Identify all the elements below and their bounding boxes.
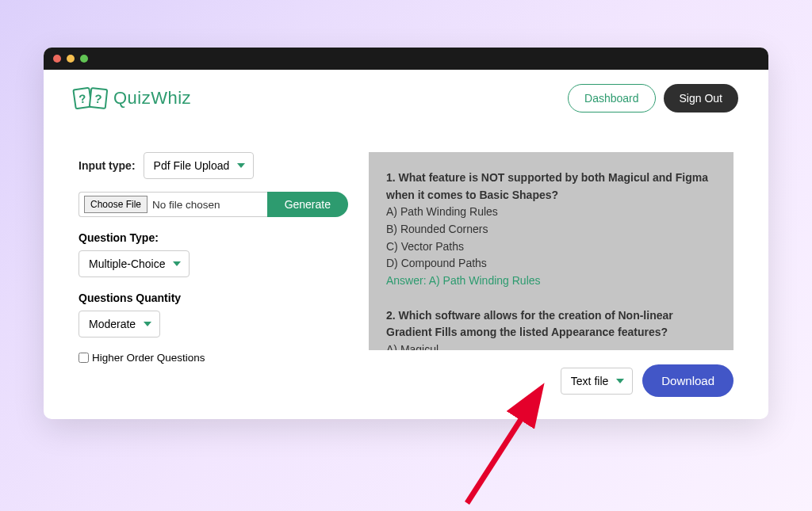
file-status-text: No file chosen <box>152 199 220 211</box>
input-type-select[interactable]: Pdf File Upload <box>144 152 255 179</box>
chevron-down-icon <box>237 163 245 168</box>
file-input[interactable]: Choose File No file chosen <box>79 192 267 217</box>
higher-order-checkbox-row[interactable]: Higher Order Questions <box>79 352 348 364</box>
quantity-section: Questions Quantity Moderate <box>79 292 348 337</box>
q1-title: 1. What feature is NOT supported by both… <box>386 170 716 204</box>
higher-order-label: Higher Order Questions <box>92 352 205 364</box>
q1-option-a: A) Path Winding Rules <box>386 204 716 221</box>
generate-button[interactable]: Generate <box>267 192 348 217</box>
q1-option-d: D) Compound Paths <box>386 255 716 273</box>
quantity-select[interactable]: Moderate <box>79 311 160 337</box>
q1-answer: Answer: A) Path Winding Rules <box>386 273 716 290</box>
download-format-value: Text file <box>571 375 608 387</box>
header-actions: Dashboard Sign Out <box>568 84 738 112</box>
question-type-section: Question Type: Multiple-Choice <box>79 231 348 277</box>
download-format-select[interactable]: Text file <box>561 368 633 395</box>
chevron-down-icon <box>616 379 624 383</box>
brand-logo[interactable]: ? ? QuizWhiz <box>74 88 191 109</box>
maximize-window-icon[interactable] <box>80 55 88 63</box>
signout-button[interactable]: Sign Out <box>664 84 738 112</box>
question-type-select[interactable]: Multiple-Choice <box>79 250 190 277</box>
main-content: Input type: Pdf File Upload Choose File … <box>44 127 768 419</box>
file-upload-row: Choose File No file chosen Generate <box>79 192 348 217</box>
results-box: 1. What feature is NOT supported by both… <box>369 152 733 350</box>
q1-option-b: B) Rounded Corners <box>386 221 716 238</box>
app-window: ? ? QuizWhiz Dashboard Sign Out Input ty… <box>44 48 768 419</box>
input-type-value: Pdf File Upload <box>154 159 230 172</box>
input-type-row: Input type: Pdf File Upload <box>79 152 348 179</box>
q2-option-a: A) Magicul <box>386 341 716 350</box>
logo-cards-icon: ? ? <box>74 88 107 109</box>
download-button[interactable]: Download <box>642 364 733 397</box>
chevron-down-icon <box>173 261 181 266</box>
results-panel: 1. What feature is NOT supported by both… <box>369 152 733 397</box>
quantity-label: Questions Quantity <box>79 292 348 304</box>
brand-name: QuizWhiz <box>113 88 191 109</box>
minimize-window-icon[interactable] <box>67 55 75 63</box>
close-window-icon[interactable] <box>53 55 61 63</box>
download-row: Text file Download <box>369 364 733 397</box>
q1-option-c: C) Vector Paths <box>386 238 716 256</box>
window-titlebar <box>44 48 768 70</box>
higher-order-checkbox[interactable] <box>79 353 89 363</box>
question-type-value: Multiple-Choice <box>89 257 165 270</box>
question-type-label: Question Type: <box>79 231 348 244</box>
app-header: ? ? QuizWhiz Dashboard Sign Out <box>44 70 768 127</box>
chevron-down-icon <box>144 322 151 326</box>
q2-title: 2. Which software allows for the creatio… <box>386 307 716 341</box>
quantity-value: Moderate <box>89 318 136 330</box>
dashboard-button[interactable]: Dashboard <box>568 84 656 112</box>
choose-file-button[interactable]: Choose File <box>84 196 147 213</box>
form-panel: Input type: Pdf File Upload Choose File … <box>79 152 348 397</box>
input-type-label: Input type: <box>79 159 136 172</box>
